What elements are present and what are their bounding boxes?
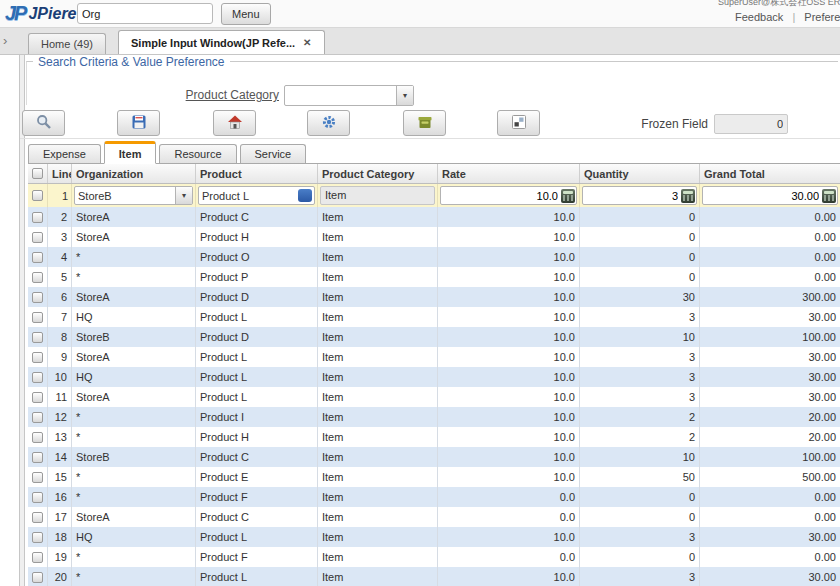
frozen-field-input[interactable] [714,114,788,134]
grand-total-input[interactable] [703,190,821,202]
row-checkbox[interactable] [32,512,43,523]
close-tab-icon[interactable]: ✕ [303,37,311,48]
global-search-input[interactable] [78,8,228,20]
quantity-number-field[interactable] [582,186,697,205]
table-row[interactable]: 18HQProduct LItem10.0330.00 [28,527,840,547]
cell-quantity: 0 [580,487,700,507]
row-checkbox[interactable] [32,232,43,243]
table-row[interactable]: 8StoreBProduct DItem10.010100.00 [28,327,840,347]
product-category-value [285,86,396,105]
cell-product: Product F [196,547,318,567]
header-product[interactable]: Product [196,164,318,183]
row-checkbox[interactable] [32,190,43,201]
window-tab-strip: › Home (49) Simple Input Window(JP Refe.… [0,28,840,55]
cell-total: 30.00 [700,387,840,407]
product-search-field[interactable]: Product L [198,186,315,205]
table-row[interactable]: 13*Product HItem10.0220.00 [28,427,840,447]
tab-resource[interactable]: Resource [159,144,236,163]
chevron-down-icon[interactable]: ▾ [175,187,192,204]
cell-product: Product F [196,487,318,507]
feedback-link[interactable]: Feedback [735,11,783,23]
expand-sidebar-icon[interactable]: › [3,33,7,48]
table-row[interactable]: 4*Product OItem10.000.00 [28,247,840,267]
row-checkbox[interactable] [32,292,43,303]
tab-item[interactable]: Item [104,141,157,164]
rate-number-field[interactable] [440,186,577,205]
row-checkbox[interactable] [32,272,43,283]
table-row[interactable]: 3StoreAProduct HItem10.000.00 [28,227,840,247]
row-checkbox[interactable] [32,212,43,223]
tab-expense[interactable]: Expense [28,144,101,163]
table-row[interactable]: 16*Product FItem0.000.00 [28,487,840,507]
requery-button[interactable] [22,110,65,136]
row-checkbox[interactable] [32,492,43,503]
edit-row[interactable]: 1 StoreB ▾ Product L Item [28,184,840,207]
table-row[interactable]: 6StoreAProduct DItem10.030300.00 [28,287,840,307]
table-row[interactable]: 11StoreAProduct LItem10.0330.00 [28,387,840,407]
calculator-icon[interactable] [561,189,575,203]
row-checkbox[interactable] [32,412,43,423]
header-organization[interactable]: Organization [72,164,196,183]
cell-rate: 10.0 [438,367,580,387]
cell-total: 20.00 [700,407,840,427]
header-quantity[interactable]: Quantity [580,164,700,183]
preference-link[interactable]: Preference [804,11,840,23]
table-row[interactable]: 20*Product LItem10.0330.00 [28,567,840,586]
home-button[interactable] [213,110,256,136]
cell-total: 100.00 [700,447,840,467]
calculator-icon[interactable] [822,189,836,203]
product-category-label[interactable]: Product Category [137,88,279,102]
tab-home[interactable]: Home (49) [28,33,106,54]
archive-button[interactable] [403,110,446,136]
select-all-checkbox[interactable] [32,168,43,179]
row-checkbox[interactable] [32,252,43,263]
row-checkbox[interactable] [32,532,43,543]
chevron-down-icon[interactable]: ▾ [396,86,413,105]
quantity-input[interactable] [583,190,680,202]
zoom-across-button[interactable] [497,110,540,136]
table-row[interactable]: 7HQProduct LItem10.0330.00 [28,307,840,327]
table-row[interactable]: 5*Product PItem10.000.00 [28,267,840,287]
cell-product-category: Item [318,184,438,207]
row-checkbox[interactable] [32,572,43,583]
header-line[interactable]: Line [48,164,72,183]
row-checkbox[interactable] [32,312,43,323]
table-row[interactable]: 12*Product IItem10.0220.00 [28,407,840,427]
process-button[interactable] [307,110,350,136]
row-checkbox[interactable] [32,392,43,403]
product-category-combobox[interactable]: ▾ [284,85,414,106]
row-checkbox[interactable] [32,352,43,363]
row-checkbox[interactable] [32,452,43,463]
organization-combobox[interactable]: StoreB ▾ [74,186,193,205]
tab-simple-input-window[interactable]: Simple Input Window(JP Refe... ✕ [118,30,325,54]
header-product-category[interactable]: Product Category [318,164,438,183]
cell-total: 30.00 [700,567,840,586]
row-checkbox[interactable] [32,552,43,563]
cell-total: 0.00 [700,267,840,287]
table-row[interactable]: 15*Product EItem10.050500.00 [28,467,840,487]
calculator-icon[interactable] [681,189,695,203]
header-rate[interactable]: Rate [438,164,580,183]
table-row[interactable]: 2StoreAProduct CItem10.000.00 [28,207,840,227]
row-checkbox[interactable] [32,372,43,383]
rate-input[interactable] [441,190,560,202]
table-row[interactable]: 10HQProduct LItem10.0330.00 [28,367,840,387]
table-row[interactable]: 19*Product FItem0.000.00 [28,547,840,567]
global-search-box[interactable] [77,3,213,24]
header-grand-total[interactable]: Grand Total [700,164,840,183]
product-search-icon[interactable] [298,189,312,202]
row-checkbox[interactable] [32,432,43,443]
row-checkbox[interactable] [32,332,43,343]
row-checkbox[interactable] [32,472,43,483]
cell-product: Product I [196,407,318,427]
table-row[interactable]: 17StoreAProduct CItem0.000.00 [28,507,840,527]
table-row[interactable]: 14StoreBProduct CItem10.010100.00 [28,447,840,467]
cell-line: 5 [48,267,72,287]
grand-total-number-field[interactable] [702,186,838,205]
cell-quantity: 0 [580,507,700,527]
table-row[interactable]: 9StoreAProduct LItem10.0330.00 [28,347,840,367]
cell-rate: 0.0 [438,547,580,567]
menu-button[interactable]: Menu [221,3,271,25]
tab-service[interactable]: Service [240,144,307,163]
save-button[interactable] [117,110,160,136]
